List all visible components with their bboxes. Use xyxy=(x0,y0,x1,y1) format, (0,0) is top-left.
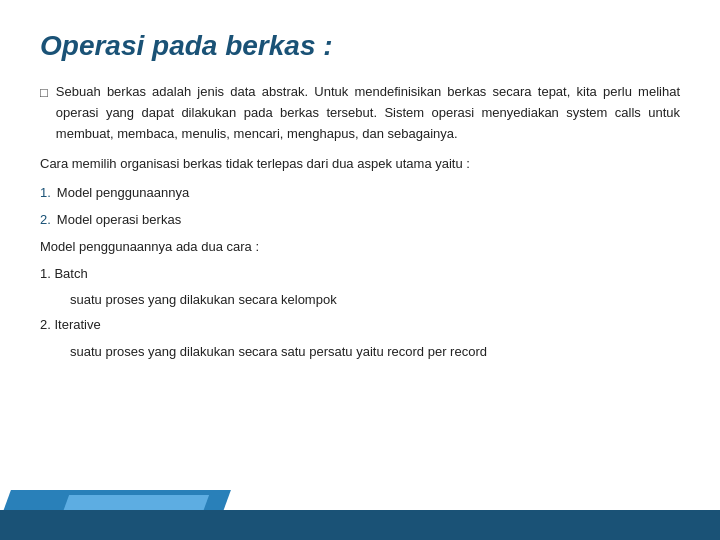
numbered-text-1: Model penggunaannya xyxy=(57,183,189,204)
cara-paragraph: Cara memilih organisasi berkas tidak ter… xyxy=(40,154,680,175)
iterative-description: suatu proses yang dilakukan secara satu … xyxy=(40,342,680,363)
slide-title: Operasi pada berkas : xyxy=(40,30,680,62)
batch-description: suatu proses yang dilakukan secara kelom… xyxy=(40,290,680,311)
numbered-text-2: Model operasi berkas xyxy=(57,210,181,231)
numbered-item-2: 2. Model operasi berkas xyxy=(40,210,680,231)
bullet-paragraph: Sebuah berkas adalah jenis data abstrak.… xyxy=(56,82,680,144)
number-2: 2. xyxy=(40,210,51,231)
bullet-item-1: □ Sebuah berkas adalah jenis data abstra… xyxy=(40,82,680,144)
batch-heading: 1. Batch xyxy=(40,264,680,285)
model-heading: Model penggunaannya ada dua cara : xyxy=(40,237,680,258)
number-1: 1. xyxy=(40,183,51,204)
iterative-heading: 2. Iterative xyxy=(40,315,680,336)
bar-dark xyxy=(0,510,720,540)
slide-container: Operasi pada berkas : □ Sebuah berkas ad… xyxy=(0,0,720,540)
bottom-decoration xyxy=(0,490,720,540)
content-area: □ Sebuah berkas adalah jenis data abstra… xyxy=(40,82,680,363)
bullet-symbol: □ xyxy=(40,83,48,144)
numbered-item-1: 1. Model penggunaannya xyxy=(40,183,680,204)
